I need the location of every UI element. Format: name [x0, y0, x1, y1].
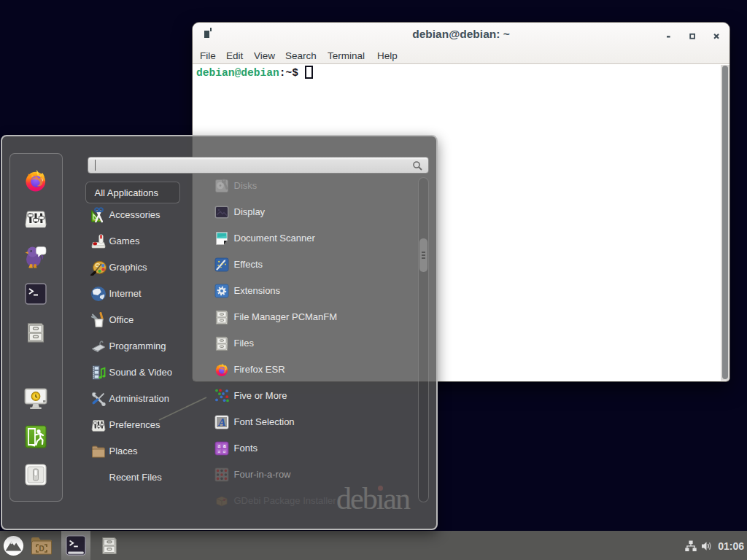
svg-text:a: a — [217, 443, 220, 448]
svg-text:a: a — [223, 448, 225, 454]
svg-text:A: A — [217, 416, 225, 428]
svg-text:a: a — [222, 443, 225, 448]
svg-text:a: a — [217, 448, 220, 454]
svg-text:D: D — [39, 545, 44, 553]
